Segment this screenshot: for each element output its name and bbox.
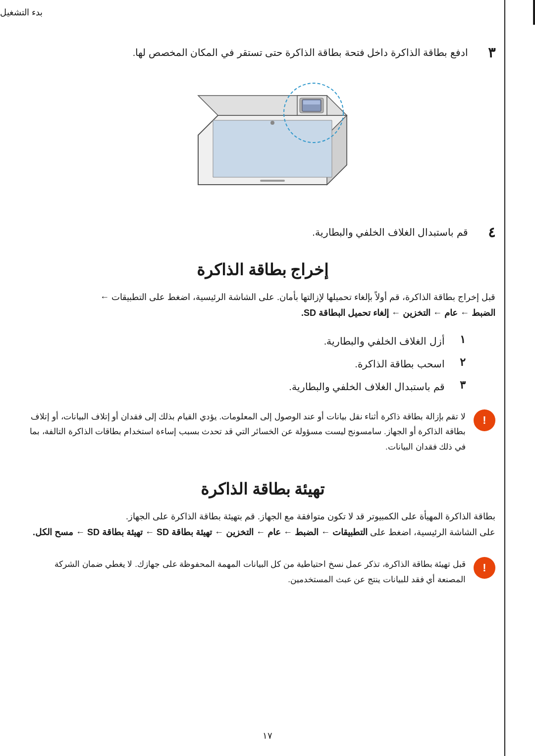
section-remove-intro: قبل إخراج بطاقة الذاكرة، قم أولاً بإلغاء… [30, 289, 495, 321]
section-remove-heading: إخراج بطاقة الذاكرة [30, 260, 495, 279]
top-bar: بدء التشغيل [0, 0, 535, 25]
section-format-intro-line2-start: على الشاشة الرئيسية، اضغط على [370, 527, 495, 537]
section-remove-intro-bold: الضبط ← عام ← التخزين ← إلغاء تحميل البط… [301, 308, 495, 318]
remove-step-3: ٣ قم باستبدال الغلاف الخلفي والبطارية. [30, 379, 495, 395]
remove-step-1: ١ أزل الغلاف الخلفي والبطارية. [30, 333, 495, 349]
step-3-insert: ٣ ادفع بطاقة الذاكرة داخل فتحة بطاقة الذ… [30, 45, 495, 61]
format-warning-box: ! قبل تهيئة بطاقة الذاكرة، تذكر عمل نسخ … [30, 552, 495, 592]
section-format-intro-bold: التطبيقات ← الضبط ← عام ← التخزين ← تهيئ… [33, 527, 368, 537]
section-remove-intro-line1: قبل إخراج بطاقة الذاكرة، قم أولاً بإلغاء… [100, 292, 495, 302]
step-4-text: قم باستبدال الغلاف الخلفي والبطارية. [30, 224, 468, 240]
format-warning-text: قبل تهيئة بطاقة الذاكرة، تذكر عمل نسخ اح… [30, 557, 466, 587]
section-format-heading: تهيئة بطاقة الذاكرة [30, 480, 495, 499]
remove-step-1-text: أزل الغلاف الخلفي والبطارية. [30, 333, 445, 349]
step-3-text: ادفع بطاقة الذاكرة داخل فتحة بطاقة الذاك… [30, 45, 468, 60]
main-content: ٣ ادفع بطاقة الذاكرة داخل فتحة بطاقة الذ… [30, 45, 495, 593]
remove-step-1-num: ١ [451, 333, 466, 346]
remove-step-3-num: ٣ [451, 379, 466, 392]
page-number: ١٧ [263, 730, 272, 741]
page-container: بدء التشغيل ٣ ادفع بطاقة الذاكرة داخل فت… [0, 0, 535, 756]
remove-warning-text: لا تقم بإزالة بطاقة ذاكرة أثناء نقل بيان… [30, 409, 466, 455]
step-4-replace: ٤ قم باستبدال الغلاف الخلفي والبطارية. [30, 224, 495, 241]
section-format-intro: بطاقة الذاكرة المهيأة على الكمبيوتر قد ل… [30, 508, 495, 541]
remove-step-2: ٢ اسحب بطاقة الذاكرة. [30, 356, 495, 372]
remove-step-2-text: اسحب بطاقة الذاكرة. [30, 356, 445, 372]
device-illustration [30, 76, 495, 204]
svg-point-4 [270, 121, 274, 125]
top-bar-title: بدء التشغيل [0, 7, 43, 18]
device-svg [159, 76, 367, 204]
remove-warning-icon: ! [474, 409, 495, 431]
page-divider [504, 0, 505, 756]
format-warning-icon: ! [474, 557, 495, 579]
step-3-number: ٣ [476, 45, 495, 61]
step-4-number: ٤ [476, 224, 495, 241]
remove-step-2-num: ٢ [451, 356, 466, 369]
remove-warning-box: ! لا تقم بإزالة بطاقة ذاكرة أثناء نقل بي… [30, 404, 495, 460]
remove-step-3-text: قم باستبدال الغلاف الخلفي والبطارية. [30, 379, 445, 395]
svg-rect-5 [260, 180, 285, 182]
svg-rect-2 [303, 101, 320, 104]
section-format-intro-line1: بطاقة الذاكرة المهيأة على الكمبيوتر قد ل… [126, 511, 495, 521]
